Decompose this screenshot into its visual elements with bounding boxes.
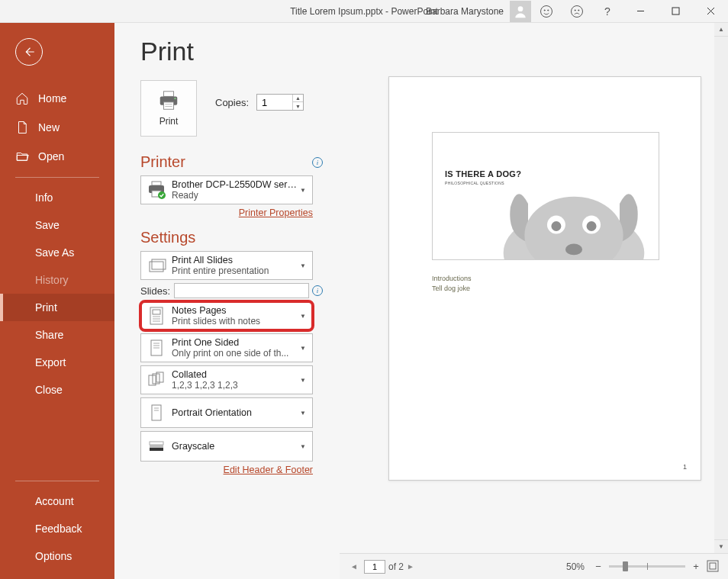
copies-spin-down[interactable]: ▼ (293, 102, 303, 110)
user-avatar[interactable] (510, 1, 531, 22)
svg-rect-8 (672, 8, 679, 14)
page-total: of 2 (388, 561, 404, 572)
print-layout-dropdown[interactable]: Notes Pages Print slides with notes ▼ (140, 301, 313, 330)
svg-rect-14 (163, 102, 173, 109)
dog-image (486, 175, 659, 260)
chevron-down-icon: ▼ (298, 313, 308, 320)
nav-open-label: Open (38, 150, 64, 162)
svg-rect-11 (163, 92, 173, 97)
copies-spin-up[interactable]: ▲ (293, 95, 303, 102)
page-number-input[interactable] (364, 560, 385, 574)
printer-name: Brother DCP-L2550DW serie... (172, 179, 298, 190)
svg-point-6 (578, 9, 579, 10)
nav-info[interactable]: Info (0, 184, 114, 211)
print-content: Print Print Copies: 1 (114, 23, 728, 579)
nav-open[interactable]: Open (0, 142, 114, 171)
nav-print[interactable]: Print (0, 294, 114, 321)
zoom-slider-thumb[interactable] (623, 561, 628, 571)
slides-stack-icon (146, 255, 167, 276)
svg-rect-39 (150, 445, 163, 448)
chevron-down-icon: ▼ (298, 345, 308, 352)
print-what-dropdown[interactable]: Print All Slides Print entire presentati… (140, 251, 313, 280)
slides-range-input[interactable] (174, 283, 309, 298)
prev-page-button[interactable]: ◄ (347, 562, 361, 571)
svg-point-45 (551, 221, 561, 231)
svg-rect-38 (150, 442, 163, 445)
print-preview: ▲ ▼ IS THERE A DOG? PHILOSOPHICAL QUESTI… (340, 23, 728, 579)
chevron-down-icon: ▼ (298, 410, 308, 417)
next-page-button[interactable]: ► (404, 562, 417, 571)
nav-account[interactable]: Account (0, 487, 114, 515)
help-button[interactable]: ? (592, 0, 623, 23)
nav-new[interactable]: New (0, 113, 114, 142)
color-dropdown[interactable]: Grayscale ▼ (140, 431, 313, 462)
nav-new-label: New (38, 121, 60, 133)
svg-point-3 (548, 9, 549, 10)
collated-icon (146, 369, 167, 391)
back-button[interactable] (15, 38, 43, 66)
svg-rect-24 (153, 310, 160, 314)
preview-notes: Introductions Tell dog joke (432, 274, 659, 293)
nav-options[interactable]: Options (0, 542, 114, 570)
nav-save-as[interactable]: Save As (0, 239, 114, 266)
maximize-button[interactable] (658, 0, 693, 23)
slides-info-icon[interactable]: i (312, 285, 323, 296)
print-button-label: Print (159, 116, 179, 127)
preview-slide: IS THERE A DOG? PHILOSOPHICAL QUESTIONS (432, 132, 659, 260)
minimize-button[interactable] (623, 0, 658, 23)
feedback-smile-icon[interactable] (531, 0, 562, 23)
printer-header: Printer (140, 153, 185, 171)
nav-feedback[interactable]: Feedback (0, 515, 114, 542)
portrait-icon (146, 402, 167, 423)
nav-share[interactable]: Share (0, 321, 114, 349)
copies-input[interactable]: 1 ▲ ▼ (256, 94, 304, 111)
title-bar: Title Lorem Ipsum.pptx - PowerPoint Barb… (0, 0, 728, 23)
notes-page-icon (146, 305, 167, 326)
preview-scrollbar[interactable]: ▲ ▼ (714, 23, 728, 553)
svg-point-13 (174, 98, 176, 99)
copies-label: Copies: (215, 97, 249, 108)
copies-value: 1 (257, 97, 292, 108)
printer-icon (146, 179, 167, 201)
printer-info-icon[interactable]: i (312, 157, 323, 168)
close-button[interactable] (693, 0, 728, 23)
zoom-percent: 50% (566, 561, 585, 572)
nav-history[interactable]: History (0, 266, 114, 294)
slides-range-label: Slides: (140, 285, 174, 297)
zoom-in-button[interactable]: + (690, 561, 702, 573)
chevron-down-icon: ▼ (298, 187, 308, 194)
sidebar-divider (15, 177, 99, 178)
zoom-fit-button[interactable] (707, 560, 720, 574)
svg-point-2 (544, 9, 545, 10)
nav-save[interactable]: Save (0, 211, 114, 239)
svg-rect-35 (152, 405, 161, 420)
zoom-slider[interactable] (609, 565, 685, 568)
one-sided-icon (146, 337, 167, 359)
print-button[interactable]: Print (140, 80, 197, 137)
collate-dropdown[interactable]: Collated 1,2,3 1,2,3 1,2,3 ▼ (140, 365, 313, 394)
edit-header-footer-link[interactable]: Edit Header & Footer (140, 465, 313, 475)
nav-home-label: Home (38, 92, 66, 105)
user-name: Barbara Marystone (420, 6, 510, 17)
svg-rect-17 (152, 182, 161, 185)
scroll-down-icon[interactable]: ▼ (714, 539, 728, 553)
svg-point-1 (541, 5, 552, 17)
printer-status: Ready (172, 190, 298, 201)
chevron-down-icon: ▼ (298, 262, 308, 269)
svg-rect-49 (710, 563, 716, 569)
nav-export[interactable]: Export (0, 349, 114, 376)
svg-point-46 (587, 221, 597, 231)
nav-home[interactable]: Home (0, 84, 114, 113)
svg-rect-40 (150, 448, 163, 451)
nav-close[interactable]: Close (0, 376, 114, 404)
svg-point-5 (575, 9, 575, 10)
grayscale-icon (146, 436, 167, 457)
backstage-sidebar: Home New Open Info Save Save As History … (0, 23, 114, 579)
printer-properties-link[interactable]: Printer Properties (140, 207, 313, 218)
feedback-frown-icon[interactable] (562, 0, 592, 23)
printer-dropdown[interactable]: Brother DCP-L2550DW serie... Ready ▼ (140, 175, 313, 204)
scroll-up-icon[interactable]: ▲ (714, 23, 728, 37)
zoom-out-button[interactable]: − (592, 561, 604, 573)
print-side-dropdown[interactable]: Print One Sided Only print on one side o… (140, 333, 313, 362)
orientation-dropdown[interactable]: Portrait Orientation ▼ (140, 397, 313, 428)
